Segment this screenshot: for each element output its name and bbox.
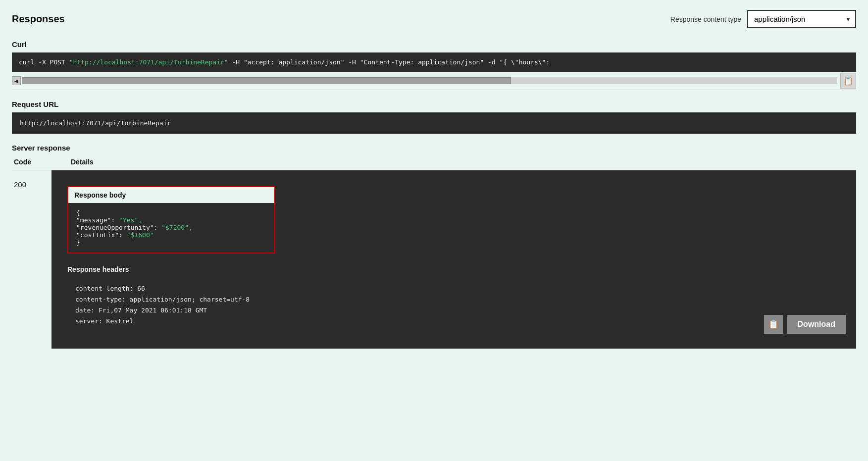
response-headers-box: content-length: 66 content-type: applica… [67,277,840,333]
response-content-type-label: Response content type [670,15,741,23]
response-body-box: Response body { "message": "Yes", "reven… [67,186,275,254]
response-headers-title: Response headers [67,261,840,273]
request-url-section: Request URL http://localhost:7071/api/Tu… [12,100,856,134]
curl-box: curl -X POST "http://localhost:7071/api/… [12,52,856,72]
responses-title: Responses [12,13,65,25]
response-details-area: Response body { "message": "Yes", "reven… [51,170,856,349]
response-body-title: Response body [68,187,274,203]
response-content-type-container: Response content type application/json [670,10,856,28]
header-content-type: content-type: application/json; charset=… [75,294,832,305]
curl-label: Curl [12,40,856,49]
json-line-1: { [76,209,266,216]
header-date: date: Fri,07 May 2021 06:01:18 GMT [75,305,832,316]
header-row: Responses Response content type applicat… [12,10,856,28]
response-code: 200 [12,170,51,199]
json-line-3: "revenueOpportunity": "$7200", [76,224,266,231]
scroll-track[interactable] [22,77,837,84]
action-buttons: 📋 Download [764,315,846,334]
json-line-2: "message": "Yes", [76,216,266,224]
response-body-code: { "message": "Yes", "revenueOpportunity"… [68,203,274,253]
server-response-section: Server response Code Details 200 Respons… [12,144,856,349]
json-line-4: "costToFix": "$1600" [76,231,266,239]
scroll-left-button[interactable]: ◀ [12,76,21,85]
main-container: Responses Response content type applicat… [0,0,868,368]
response-content-type-wrapper[interactable]: application/json [747,10,856,28]
response-row: 200 Response body { "message": "Yes", "r… [12,170,856,349]
response-content-type-select[interactable]: application/json [747,10,856,28]
download-button[interactable]: Download [787,315,846,334]
json-line-5: } [76,239,266,246]
header-server: server: Kestrel [75,316,832,327]
server-response-label: Server response [12,144,856,152]
request-url-value: http://localhost:7071/api/TurbineRepair [12,112,856,134]
curl-copy-icon[interactable]: 📋 [840,73,856,89]
response-headers-section: Response headers content-length: 66 cont… [59,261,848,341]
curl-command-url: "http://localhost:7071/api/TurbineRepair… [69,58,228,66]
curl-command-rest: -H "accept: application/json" -H "Conten… [228,58,550,66]
header-content-length: content-length: 66 [75,283,832,294]
curl-command-white: curl -X POST [19,58,69,66]
details-header: Details [71,158,94,166]
request-url-label: Request URL [12,100,856,108]
code-details-header: Code Details [12,158,856,166]
copy-response-button[interactable]: 📋 [764,315,783,334]
curl-section: Curl curl -X POST "http://localhost:7071… [12,40,856,90]
curl-scrollbar-row: ◀ 📋 [12,72,856,90]
code-header: Code [14,158,31,166]
scroll-thumb [22,77,511,84]
